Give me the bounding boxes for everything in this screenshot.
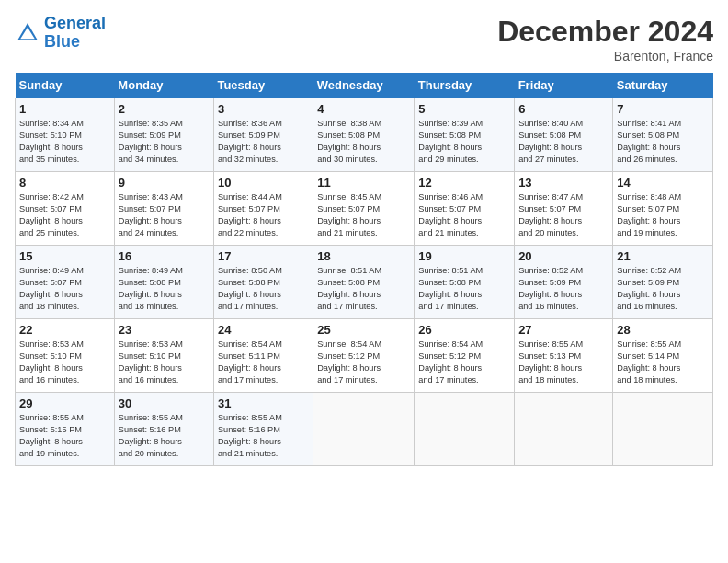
calendar-cell: 6Sunrise: 8:40 AM Sunset: 5:08 PM Daylig… [515,98,613,172]
day-number: 26 [418,323,510,337]
month-title: December 2024 [497,15,713,49]
day-number: 17 [218,249,309,263]
calendar-cell [613,393,713,466]
calendar-cell: 23Sunrise: 8:53 AM Sunset: 5:10 PM Dayli… [114,319,213,393]
day-number: 20 [518,249,609,263]
calendar-cell: 1Sunrise: 8:34 AM Sunset: 5:10 PM Daylig… [16,98,115,172]
day-number: 22 [19,323,110,337]
day-info: Sunrise: 8:40 AM Sunset: 5:08 PM Dayligh… [518,118,609,166]
day-number: 28 [617,323,709,337]
day-info: Sunrise: 8:39 AM Sunset: 5:08 PM Dayligh… [418,118,510,166]
day-info: Sunrise: 8:55 AM Sunset: 5:13 PM Dayligh… [518,339,609,386]
day-info: Sunrise: 8:54 AM Sunset: 5:11 PM Dayligh… [218,339,309,386]
calendar-cell: 26Sunrise: 8:54 AM Sunset: 5:12 PM Dayli… [415,319,515,393]
day-info: Sunrise: 8:55 AM Sunset: 5:15 PM Dayligh… [19,412,110,460]
weekday-header-monday: Monday [114,73,213,98]
day-number: 1 [19,102,110,116]
day-number: 21 [617,249,709,263]
calendar-week-5: 29Sunrise: 8:55 AM Sunset: 5:15 PM Dayli… [16,393,713,466]
day-number: 31 [218,396,309,410]
day-info: Sunrise: 8:55 AM Sunset: 5:14 PM Dayligh… [617,339,709,386]
calendar-week-1: 1Sunrise: 8:34 AM Sunset: 5:10 PM Daylig… [16,98,713,172]
location: Barenton, France [497,49,713,63]
day-number: 6 [518,102,609,116]
day-number: 14 [617,176,709,190]
day-info: Sunrise: 8:47 AM Sunset: 5:07 PM Dayligh… [518,191,609,239]
header: General Blue December 2024 Barenton, Fra… [15,15,713,63]
day-number: 15 [19,249,110,263]
calendar-cell [415,393,515,466]
day-info: Sunrise: 8:55 AM Sunset: 5:16 PM Dayligh… [119,412,210,460]
calendar-cell: 22Sunrise: 8:53 AM Sunset: 5:10 PM Dayli… [16,319,115,393]
day-info: Sunrise: 8:52 AM Sunset: 5:09 PM Dayligh… [617,265,709,313]
day-info: Sunrise: 8:51 AM Sunset: 5:08 PM Dayligh… [317,265,410,313]
weekday-header-wednesday: Wednesday [313,73,415,98]
calendar-cell: 10Sunrise: 8:44 AM Sunset: 5:07 PM Dayli… [213,172,313,246]
calendar-cell: 20Sunrise: 8:52 AM Sunset: 5:09 PM Dayli… [515,246,613,319]
calendar-week-4: 22Sunrise: 8:53 AM Sunset: 5:10 PM Dayli… [16,319,713,393]
calendar-cell: 29Sunrise: 8:55 AM Sunset: 5:15 PM Dayli… [16,393,115,466]
logo-text: General Blue [44,15,106,52]
day-number: 2 [119,102,210,116]
calendar-cell: 5Sunrise: 8:39 AM Sunset: 5:08 PM Daylig… [415,98,515,172]
calendar-cell: 8Sunrise: 8:42 AM Sunset: 5:07 PM Daylig… [16,172,115,246]
day-number: 4 [317,102,410,116]
day-info: Sunrise: 8:55 AM Sunset: 5:16 PM Dayligh… [218,412,309,460]
calendar-cell: 27Sunrise: 8:55 AM Sunset: 5:13 PM Dayli… [515,319,613,393]
calendar-cell: 3Sunrise: 8:36 AM Sunset: 5:09 PM Daylig… [213,98,313,172]
day-number: 27 [518,323,609,337]
calendar-table: SundayMondayTuesdayWednesdayThursdayFrid… [15,73,713,466]
calendar-cell: 13Sunrise: 8:47 AM Sunset: 5:07 PM Dayli… [515,172,613,246]
logo: General Blue [15,15,106,52]
day-info: Sunrise: 8:53 AM Sunset: 5:10 PM Dayligh… [119,339,210,386]
day-info: Sunrise: 8:43 AM Sunset: 5:07 PM Dayligh… [119,191,210,239]
day-number: 12 [418,176,510,190]
calendar-cell: 7Sunrise: 8:41 AM Sunset: 5:08 PM Daylig… [613,98,713,172]
day-info: Sunrise: 8:34 AM Sunset: 5:10 PM Dayligh… [19,118,110,166]
day-info: Sunrise: 8:49 AM Sunset: 5:07 PM Dayligh… [19,265,110,313]
calendar-week-2: 8Sunrise: 8:42 AM Sunset: 5:07 PM Daylig… [16,172,713,246]
calendar-cell: 11Sunrise: 8:45 AM Sunset: 5:07 PM Dayli… [313,172,415,246]
day-info: Sunrise: 8:44 AM Sunset: 5:07 PM Dayligh… [218,191,309,239]
day-info: Sunrise: 8:53 AM Sunset: 5:10 PM Dayligh… [19,339,110,386]
day-number: 18 [317,249,410,263]
calendar-cell: 4Sunrise: 8:38 AM Sunset: 5:08 PM Daylig… [313,98,415,172]
calendar-cell: 28Sunrise: 8:55 AM Sunset: 5:14 PM Dayli… [613,319,713,393]
day-info: Sunrise: 8:54 AM Sunset: 5:12 PM Dayligh… [317,339,410,386]
day-info: Sunrise: 8:49 AM Sunset: 5:08 PM Dayligh… [119,265,210,313]
day-number: 23 [119,323,210,337]
day-number: 13 [518,176,609,190]
weekday-header-row: SundayMondayTuesdayWednesdayThursdayFrid… [16,73,713,98]
weekday-header-tuesday: Tuesday [213,73,313,98]
calendar-cell: 24Sunrise: 8:54 AM Sunset: 5:11 PM Dayli… [213,319,313,393]
calendar-cell: 30Sunrise: 8:55 AM Sunset: 5:16 PM Dayli… [114,393,213,466]
logo-icon [15,20,40,46]
calendar-week-3: 15Sunrise: 8:49 AM Sunset: 5:07 PM Dayli… [16,246,713,319]
calendar-cell: 19Sunrise: 8:51 AM Sunset: 5:08 PM Dayli… [415,246,515,319]
calendar-cell: 31Sunrise: 8:55 AM Sunset: 5:16 PM Dayli… [213,393,313,466]
calendar-cell [515,393,613,466]
calendar-cell: 25Sunrise: 8:54 AM Sunset: 5:12 PM Dayli… [313,319,415,393]
day-info: Sunrise: 8:48 AM Sunset: 5:07 PM Dayligh… [617,191,709,239]
day-info: Sunrise: 8:41 AM Sunset: 5:08 PM Dayligh… [617,118,709,166]
weekday-header-sunday: Sunday [16,73,115,98]
weekday-header-friday: Friday [515,73,613,98]
calendar-cell: 18Sunrise: 8:51 AM Sunset: 5:08 PM Dayli… [313,246,415,319]
calendar-cell: 9Sunrise: 8:43 AM Sunset: 5:07 PM Daylig… [114,172,213,246]
day-number: 25 [317,323,410,337]
day-number: 5 [418,102,510,116]
day-number: 10 [218,176,309,190]
weekday-header-thursday: Thursday [415,73,515,98]
day-number: 7 [617,102,709,116]
day-info: Sunrise: 8:35 AM Sunset: 5:09 PM Dayligh… [119,118,210,166]
day-number: 30 [119,396,210,410]
page-container: General Blue December 2024 Barenton, Fra… [0,0,728,476]
day-number: 11 [317,176,410,190]
day-info: Sunrise: 8:36 AM Sunset: 5:09 PM Dayligh… [218,118,309,166]
calendar-cell: 12Sunrise: 8:46 AM Sunset: 5:07 PM Dayli… [415,172,515,246]
calendar-cell: 17Sunrise: 8:50 AM Sunset: 5:08 PM Dayli… [213,246,313,319]
weekday-header-saturday: Saturday [613,73,713,98]
day-number: 19 [418,249,510,263]
title-block: December 2024 Barenton, France [497,15,713,63]
day-number: 16 [119,249,210,263]
